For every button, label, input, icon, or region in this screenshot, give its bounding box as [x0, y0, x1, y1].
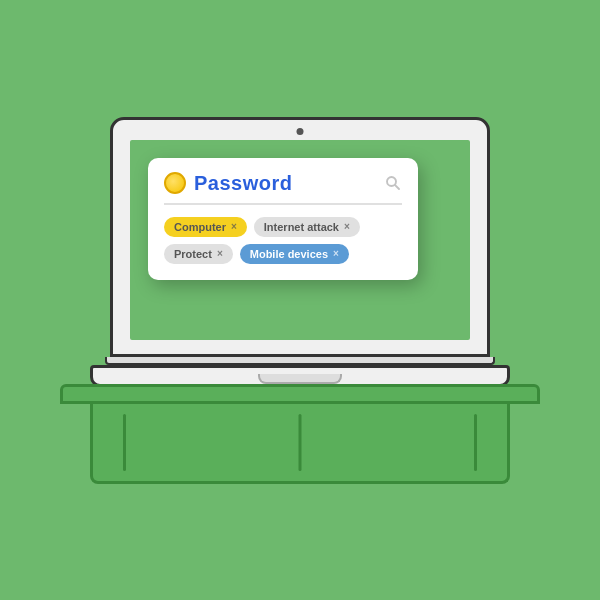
tag-protect-close[interactable]: × [217, 248, 223, 259]
search-icon[interactable] [384, 174, 402, 192]
tag-internet-label: Internet attack [264, 221, 339, 233]
svg-line-1 [395, 185, 399, 189]
table-body [90, 404, 510, 484]
laptop-screen: Password Computer × Internet attack [130, 140, 470, 340]
table-panel-right [474, 414, 477, 471]
table-panel-left [123, 414, 126, 471]
webcam-dot [297, 128, 304, 135]
table [60, 384, 540, 484]
tag-computer[interactable]: Computer × [164, 217, 247, 237]
tag-internet-close[interactable]: × [344, 221, 350, 232]
tag-mobile-close[interactable]: × [333, 248, 339, 259]
tags-area: Computer × Internet attack × Protect × [164, 217, 402, 264]
laptop-hinge [105, 357, 495, 365]
tag-protect-label: Protect [174, 248, 212, 260]
scene: Password Computer × Internet attack [60, 117, 540, 484]
tag-mobile-label: Mobile devices [250, 248, 328, 260]
tag-computer-close[interactable]: × [231, 221, 237, 232]
search-title: Password [194, 172, 384, 195]
tag-protect[interactable]: Protect × [164, 244, 233, 264]
tag-computer-label: Computer [174, 221, 226, 233]
table-top [60, 384, 540, 404]
tag-mobile[interactable]: Mobile devices × [240, 244, 349, 264]
laptop: Password Computer × Internet attack [90, 117, 510, 387]
yellow-circle-icon [164, 172, 186, 194]
search-bar: Password [164, 172, 402, 205]
laptop-lid: Password Computer × Internet attack [110, 117, 490, 357]
search-card: Password Computer × Internet attack [148, 158, 418, 280]
tag-internet[interactable]: Internet attack × [254, 217, 360, 237]
